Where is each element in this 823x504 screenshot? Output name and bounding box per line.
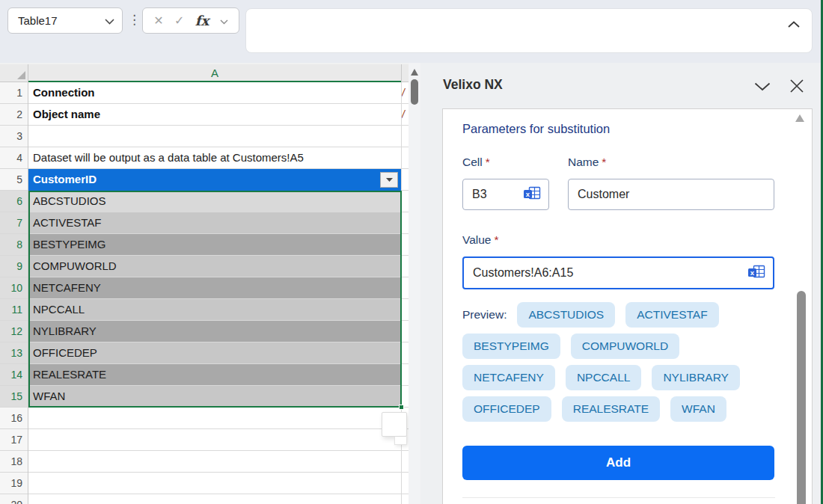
preview-chip: NPCCALL [566, 365, 642, 390]
preview-section: Preview: ABCSTUDIOSACTIVESTAFBESTYPEIMGC… [462, 302, 778, 422]
floating-button[interactable] [382, 412, 407, 437]
row-header-9[interactable]: 9 [0, 256, 28, 277]
cell-A18[interactable] [28, 451, 401, 473]
row-header-17[interactable]: 17 [0, 429, 28, 451]
name-input[interactable]: Customer [568, 179, 774, 210]
cell-B15-sliver[interactable] [402, 386, 409, 408]
row-header-13[interactable]: 13 [0, 342, 28, 364]
preview-label: Preview: [462, 302, 507, 328]
value-field-label: Value* [462, 233, 499, 247]
cell-input[interactable]: B3 x [462, 179, 549, 210]
cell-A7[interactable]: ACTIVESTAF [28, 212, 401, 234]
row-header-3[interactable]: 3 [0, 126, 28, 147]
cell-A6[interactable]: ABCSTUDIOS [28, 191, 401, 212]
fx-chevron-down-icon[interactable] [220, 14, 228, 28]
cell-A11[interactable]: NPCCALL [28, 299, 401, 321]
row-header-19[interactable]: 19 [0, 473, 28, 494]
select-all-corner[interactable] [0, 64, 28, 82]
cell-A5[interactable]: CustomerID [28, 169, 401, 191]
name-field-label: Name* [568, 156, 606, 169]
preview-chip: OFFICEDEP [462, 396, 551, 422]
insert-function-icon[interactable]: fx [195, 13, 209, 28]
excel-range-picker-icon[interactable]: x [748, 265, 765, 281]
confirm-icon[interactable]: ✓ [174, 13, 184, 28]
cell-B10-sliver[interactable] [402, 277, 409, 299]
svg-text:x: x [750, 268, 755, 277]
grid-vertical-scrollbar[interactable] [409, 63, 420, 504]
row-header-6[interactable]: 6 [0, 191, 28, 212]
scroll-up-icon[interactable] [411, 69, 418, 76]
cell-B6-sliver[interactable] [402, 191, 409, 212]
cell-A14[interactable]: REALESRATE [28, 364, 401, 386]
pane-scroll-up-icon[interactable] [795, 114, 804, 122]
cell-B8-sliver[interactable] [402, 234, 409, 256]
row-header-10[interactable]: 10 [0, 277, 28, 299]
cell-B12-sliver[interactable] [402, 321, 409, 342]
excel-range-picker-icon[interactable]: x [524, 186, 541, 203]
value-input-value: Customers!A6:A15 [473, 266, 748, 280]
pane-scrollbar-thumb[interactable] [797, 291, 806, 504]
cell-B4-sliver[interactable] [402, 147, 409, 169]
overflow-dots-icon[interactable]: ⋮ [128, 13, 141, 28]
cell-A8[interactable]: BESTYPEIMG [28, 234, 401, 256]
row-header-16[interactable]: 16 [0, 408, 28, 429]
preview-chip: WFAN [670, 396, 726, 422]
cell-A16[interactable] [28, 408, 401, 429]
cell-A9[interactable]: COMPUWORLD [28, 256, 401, 277]
cell-B7-sliver[interactable] [402, 212, 409, 234]
cell-A4[interactable]: Dataset will be output as a data table a… [28, 147, 401, 169]
cell-A19[interactable] [28, 473, 401, 494]
cell-B20-sliver[interactable] [402, 494, 409, 504]
row-header-8[interactable]: 8 [0, 234, 28, 256]
cell-B13-sliver[interactable] [402, 342, 409, 364]
cell-B19-sliver[interactable] [402, 473, 409, 494]
value-input[interactable]: Customers!A6:A15 x [462, 256, 774, 289]
filter-dropdown-icon[interactable] [380, 172, 398, 188]
formula-toolbar: Table17 ⋮ ✕ ✓ fx [0, 0, 823, 63]
row-header-4[interactable]: 4 [0, 147, 28, 169]
name-box[interactable]: Table17 [7, 7, 123, 34]
row-header-11[interactable]: 11 [0, 299, 28, 321]
row-header-14[interactable]: 14 [0, 364, 28, 386]
cell-A15[interactable]: WFAN [28, 386, 401, 408]
cell-B3-sliver[interactable] [402, 126, 409, 147]
required-marker: * [486, 156, 490, 168]
cell-B11-sliver[interactable] [402, 299, 409, 321]
section-heading: Parameters for substitution [462, 122, 610, 136]
column-header-b-sliver[interactable] [401, 64, 409, 82]
pane-chevron-down-icon[interactable] [754, 81, 771, 94]
cell-B1-sliver[interactable]: / [402, 82, 409, 104]
row-header-5[interactable]: 5 [0, 169, 28, 191]
cell-A12[interactable]: NYLIBRARY [28, 321, 401, 342]
cell-A13[interactable]: OFFICEDEP [28, 342, 401, 364]
cell-B5-sliver[interactable] [402, 169, 409, 191]
cell-A20[interactable] [28, 494, 401, 504]
row-header-1[interactable]: 1 [0, 82, 28, 104]
grid-scrollbar-thumb[interactable] [411, 79, 418, 105]
row-header-18[interactable]: 18 [0, 451, 28, 473]
row-header-20[interactable]: 20 [0, 494, 28, 504]
chevron-down-icon[interactable] [105, 14, 114, 28]
row-header-12[interactable]: 12 [0, 321, 28, 342]
row-header-15[interactable]: 15 [0, 386, 28, 408]
svg-text:x: x [526, 190, 530, 198]
column-header-a[interactable]: A [28, 64, 401, 82]
floating-button-shadow [394, 437, 407, 445]
cell-A2[interactable]: Object name [28, 104, 401, 126]
cell-A3[interactable] [28, 126, 401, 147]
cell-B14-sliver[interactable] [402, 364, 409, 386]
cell-A17[interactable] [28, 429, 401, 451]
row-header-7[interactable]: 7 [0, 212, 28, 234]
cell-B18-sliver[interactable] [402, 451, 409, 473]
formula-bar-input[interactable] [245, 8, 813, 53]
row-header-2[interactable]: 2 [0, 104, 28, 126]
cell-A1[interactable]: Connection [28, 82, 401, 104]
preview-chip: REALESRATE [562, 396, 660, 422]
cell-B9-sliver[interactable] [402, 256, 409, 277]
cell-A10[interactable]: NETCAFENY [28, 277, 401, 299]
cancel-icon[interactable]: ✕ [153, 13, 163, 28]
add-button[interactable]: Add [462, 446, 774, 480]
collapse-formula-bar-icon[interactable] [788, 17, 800, 31]
pane-close-icon[interactable] [789, 79, 804, 96]
cell-B2-sliver[interactable]: / [402, 104, 409, 126]
